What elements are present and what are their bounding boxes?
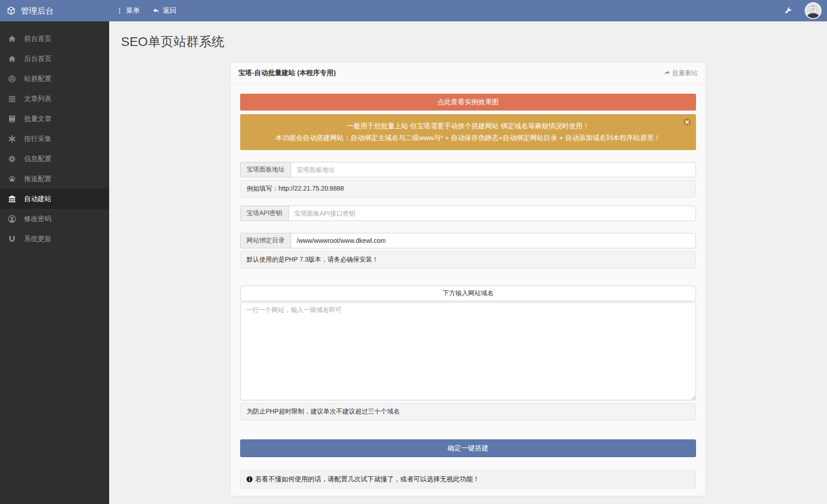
back-label: 返回 bbox=[163, 6, 176, 15]
sidebar-item-change-password[interactable]: 修改密码 bbox=[0, 209, 109, 229]
sidebar-item-label: 前台首页 bbox=[24, 35, 51, 43]
panel-title: 宝塔-自动批量建站 (本程序专用) bbox=[238, 69, 336, 77]
chrome-icon bbox=[8, 75, 16, 83]
sidebar-item-label: 站群配置 bbox=[24, 75, 51, 83]
book-icon bbox=[8, 115, 16, 123]
top-nav: 菜单 返回 bbox=[109, 6, 176, 15]
bind-dir-row: 网站绑定目录 bbox=[240, 233, 696, 248]
sidebar-item-info-config[interactable]: 信息配置 bbox=[0, 149, 109, 169]
api-key-row: 宝塔API密钥 bbox=[240, 206, 696, 221]
batch-delete-link[interactable]: 批量删站 bbox=[664, 69, 698, 77]
sidebar: 前台首页后台首页站群配置文章列表批量文章按行采集信息配置推送配置自动建站修改密码… bbox=[0, 21, 109, 504]
api-key-label: 宝塔API密钥 bbox=[240, 206, 288, 221]
sidebar-item-label: 信息配置 bbox=[24, 155, 51, 163]
gear-icon bbox=[8, 155, 16, 163]
sidebar-item-site-config[interactable]: 站群配置 bbox=[0, 69, 109, 89]
share-icon bbox=[664, 70, 671, 76]
footer-note-text: 若看不懂如何使用的话，请配置几次试下就懂了，或者可以选择无视此功能！ bbox=[255, 475, 479, 484]
list-icon bbox=[8, 95, 16, 103]
sidebar-item-push-config[interactable]: 推送配置 bbox=[0, 169, 109, 189]
sidebar-item-batch-article[interactable]: 批量文章 bbox=[0, 109, 109, 129]
page-title: SEO单页站群系统 bbox=[121, 33, 827, 50]
topbar: 管理后台 菜单 返回 bbox=[0, 0, 827, 21]
sidebar-item-label: 文章列表 bbox=[24, 95, 51, 103]
close-icon[interactable] bbox=[683, 118, 691, 126]
magnet-icon bbox=[8, 235, 16, 243]
main-content: SEO单页站群系统 宝塔-自动批量建站 (本程序专用) 批量删站 点此查看实例效… bbox=[109, 0, 827, 504]
back-link[interactable]: 返回 bbox=[152, 6, 176, 15]
menu-label: 菜单 bbox=[126, 6, 140, 15]
vertical-dots-icon bbox=[116, 8, 123, 14]
bind-dir-help: 默认使用的是PHP 7.3版本，请务必确保安装！ bbox=[240, 251, 696, 268]
brand[interactable]: 管理后台 bbox=[0, 5, 109, 16]
sidebar-item-label: 按行采集 bbox=[24, 135, 51, 143]
sidebar-item-label: 自动建站 bbox=[24, 195, 51, 203]
auto-build-panel: 宝塔-自动批量建站 (本程序专用) 批量删站 点此查看实例效果图 bbox=[230, 62, 706, 496]
sidebar-item-system-update[interactable]: 系统更新 bbox=[0, 229, 109, 249]
panel-address-help: 例如填写：http://22.21.75.20:8888 bbox=[240, 180, 696, 197]
home-icon bbox=[8, 35, 16, 43]
sidebar-item-auto-build[interactable]: 自动建站 bbox=[0, 189, 109, 209]
domains-block: 下方输入网站域名 为防止PHP超时限制，建议单次不建议超过三十个域名 bbox=[240, 286, 696, 420]
wrench-icon[interactable] bbox=[784, 7, 792, 15]
sidebar-item-label: 批量文章 bbox=[24, 115, 51, 123]
paw-icon bbox=[8, 175, 16, 183]
user-icon bbox=[8, 215, 16, 223]
sidebar-item-front-home[interactable]: 前台首页 bbox=[0, 29, 109, 49]
brand-title: 管理后台 bbox=[21, 5, 54, 16]
sidebar-item-admin-home[interactable]: 后台首页 bbox=[0, 49, 109, 69]
panel-address-label: 宝塔面板地址 bbox=[240, 162, 291, 177]
sidebar-item-line-collect[interactable]: 按行采集 bbox=[0, 129, 109, 149]
sidebar-item-article-list[interactable]: 文章列表 bbox=[0, 89, 109, 109]
panel-address-input[interactable] bbox=[291, 162, 696, 177]
avatar[interactable] bbox=[805, 2, 822, 19]
example-button[interactable]: 点此查看实例效果图 bbox=[240, 94, 696, 111]
domains-header: 下方输入网站域名 bbox=[240, 286, 696, 301]
panel-header: 宝塔-自动批量建站 (本程序专用) 批量删站 bbox=[231, 63, 706, 84]
home-icon bbox=[8, 55, 16, 63]
menu-toggle[interactable]: 菜单 bbox=[116, 6, 140, 15]
bind-dir-label: 网站绑定目录 bbox=[240, 233, 291, 248]
info-icon bbox=[246, 476, 253, 483]
panel-address-row: 宝塔面板地址 bbox=[240, 162, 696, 177]
sidebar-item-label: 后台首页 bbox=[24, 55, 51, 63]
domains-help: 为防止PHP超时限制，建议单次不建议超过三十个域名 bbox=[240, 403, 696, 420]
alert-line2: 本功能会自动搭建网站：自动绑定主域名与二级www与* + 自动保存伪静态+自动绑… bbox=[262, 132, 674, 144]
sidebar-item-label: 修改密码 bbox=[24, 215, 51, 223]
footer-note: 若看不懂如何使用的话，请配置几次试下就懂了，或者可以选择无视此功能！ bbox=[240, 470, 696, 489]
reply-icon bbox=[152, 7, 160, 15]
batch-delete-label: 批量删站 bbox=[672, 69, 698, 77]
cube-icon bbox=[6, 6, 16, 15]
panel-body: 点此查看实例效果图 一般用于想批量上站 但宝塔需要手动挨个搭建网站 绑定域名等麻… bbox=[231, 84, 706, 496]
api-key-input[interactable] bbox=[288, 206, 696, 221]
domains-textarea[interactable] bbox=[240, 302, 696, 400]
sidebar-item-label: 系统更新 bbox=[24, 235, 51, 243]
notice-alert: 一般用于想批量上站 但宝塔需要手动挨个搭建网站 绑定域名等麻烦情况时使用！ 本功… bbox=[240, 114, 696, 150]
sidebar-item-label: 推送配置 bbox=[24, 175, 51, 183]
bind-dir-input[interactable] bbox=[291, 233, 696, 248]
alert-line1: 一般用于想批量上站 但宝塔需要手动挨个搭建网站 绑定域名等麻烦情况时使用！ bbox=[262, 120, 674, 132]
submit-button[interactable]: 确定一键搭建 bbox=[240, 439, 696, 457]
asterisk-icon bbox=[8, 135, 16, 143]
bank-icon bbox=[8, 195, 16, 203]
